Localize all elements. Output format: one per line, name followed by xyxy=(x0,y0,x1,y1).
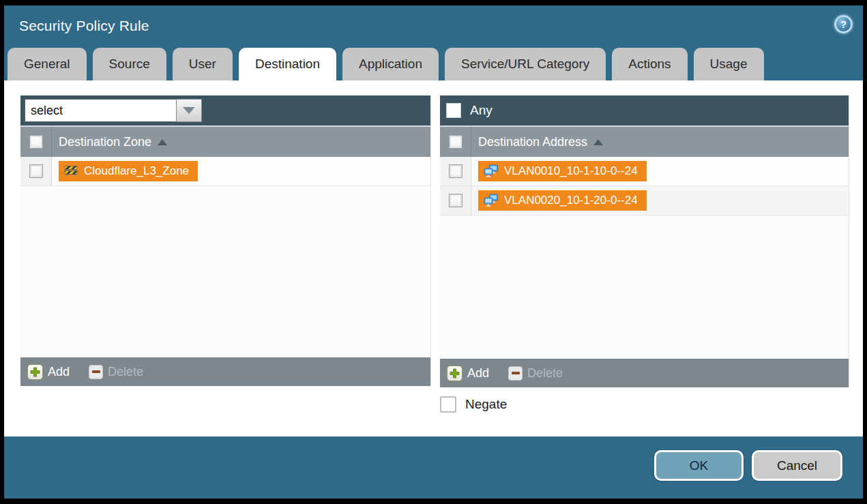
tab-user[interactable]: User xyxy=(173,48,233,80)
zone-list: Cloudflare_L3_Zone xyxy=(20,157,430,357)
zone-select-input[interactable] xyxy=(25,99,176,122)
zone-type-combobox xyxy=(25,99,202,122)
address-select-all-cell xyxy=(440,127,471,157)
address-column-header: Destination Address xyxy=(440,125,849,157)
zone-chip-label: Cloudflare_L3_Zone xyxy=(84,164,189,179)
address-delete-button[interactable]: Delete xyxy=(508,366,563,381)
dialog-titlebar: Security Policy Rule ? xyxy=(4,5,863,48)
dialog-title: Security Policy Rule xyxy=(19,18,149,34)
destination-tab-content: Destination Zone xyxy=(4,80,863,436)
zone-select-all-cell xyxy=(20,127,52,157)
tab-bar: General Source User Destination Applicat… xyxy=(8,48,764,80)
zone-delete-button[interactable]: Delete xyxy=(89,365,143,379)
ok-button[interactable]: OK xyxy=(654,450,744,481)
plus-icon xyxy=(447,366,462,381)
any-label: Any xyxy=(470,103,493,118)
negate-label: Negate xyxy=(465,397,507,412)
zone-column-header: Destination Zone xyxy=(20,125,430,157)
address-list: VLAN0010_10-1-10-0--24 xyxy=(440,157,849,359)
address-row-checkbox-cell xyxy=(440,157,471,186)
zone-delete-label: Delete xyxy=(108,365,143,379)
minus-icon xyxy=(89,365,103,379)
sort-ascending-icon[interactable] xyxy=(593,139,603,145)
zone-add-label: Add xyxy=(48,365,70,379)
tab-actions[interactable]: Actions xyxy=(612,48,687,80)
address-row-cell: VLAN0020_10-1-20-0--24 xyxy=(471,186,849,215)
address-row[interactable]: VLAN0010_10-1-10-0--24 xyxy=(440,157,849,186)
destination-zone-panel: Destination Zone xyxy=(20,95,431,386)
sort-ascending-icon[interactable] xyxy=(158,139,167,145)
address-add-label: Add xyxy=(467,366,489,381)
address-chip[interactable]: VLAN0010_10-1-10-0--24 xyxy=(478,161,647,181)
address-delete-label: Delete xyxy=(527,366,563,381)
negate-checkbox[interactable] xyxy=(440,396,456,413)
zone-select-all-checkbox[interactable] xyxy=(29,135,43,149)
zone-row-cell: Cloudflare_L3_Zone xyxy=(52,157,430,186)
zone-add-button[interactable]: Add xyxy=(27,364,70,380)
address-row-checkbox[interactable] xyxy=(449,164,462,178)
address-any-bar: Any xyxy=(440,95,849,125)
tab-application[interactable]: Application xyxy=(342,48,439,80)
cancel-button[interactable]: Cancel xyxy=(752,450,842,481)
address-column-label: Destination Address xyxy=(471,135,587,149)
network-address-icon xyxy=(483,164,499,178)
network-address-icon xyxy=(483,194,499,207)
address-panel-footer: Add Delete xyxy=(440,359,849,387)
help-icon[interactable]: ? xyxy=(834,15,853,33)
address-add-button[interactable]: Add xyxy=(447,366,489,381)
address-row[interactable]: VLAN0020_10-1-20-0--24 xyxy=(440,186,849,216)
zone-row[interactable]: Cloudflare_L3_Zone xyxy=(20,157,430,186)
address-chip[interactable]: VLAN0020_10-1-20-0--24 xyxy=(478,190,647,211)
any-checkbox[interactable] xyxy=(446,103,461,118)
security-policy-rule-dialog: Security Policy Rule ? General Source Us… xyxy=(4,5,863,499)
zone-row-checkbox[interactable] xyxy=(29,164,43,178)
any-row: Any xyxy=(444,103,493,118)
address-row-checkbox[interactable] xyxy=(449,194,462,207)
destination-address-panel: Any Destination Address xyxy=(440,95,849,387)
tab-source[interactable]: Source xyxy=(93,48,166,80)
chevron-down-icon xyxy=(183,107,195,114)
zone-barricade-icon xyxy=(63,165,78,177)
plus-icon xyxy=(27,364,43,380)
tab-destination[interactable]: Destination xyxy=(239,48,336,82)
address-chip-label: VLAN0020_10-1-20-0--24 xyxy=(504,193,638,208)
address-row-checkbox-cell xyxy=(440,186,471,215)
zone-row-checkbox-cell xyxy=(20,157,52,186)
zone-chip[interactable]: Cloudflare_L3_Zone xyxy=(59,161,198,181)
negate-row: Negate xyxy=(440,396,507,413)
tab-general[interactable]: General xyxy=(8,48,87,80)
tab-usage[interactable]: Usage xyxy=(694,48,764,80)
zone-column-label: Destination Zone xyxy=(52,135,151,149)
zone-select-dropdown-button[interactable] xyxy=(176,99,202,122)
address-select-all-checkbox[interactable] xyxy=(449,135,462,149)
minus-icon xyxy=(508,366,523,381)
tab-service-url-category[interactable]: Service/URL Category xyxy=(445,48,606,80)
zone-panel-footer: Add Delete xyxy=(20,357,430,386)
address-chip-label: VLAN0010_10-1-10-0--24 xyxy=(504,164,638,179)
address-row-cell: VLAN0010_10-1-10-0--24 xyxy=(471,157,849,186)
zone-select-bar xyxy=(20,95,430,125)
